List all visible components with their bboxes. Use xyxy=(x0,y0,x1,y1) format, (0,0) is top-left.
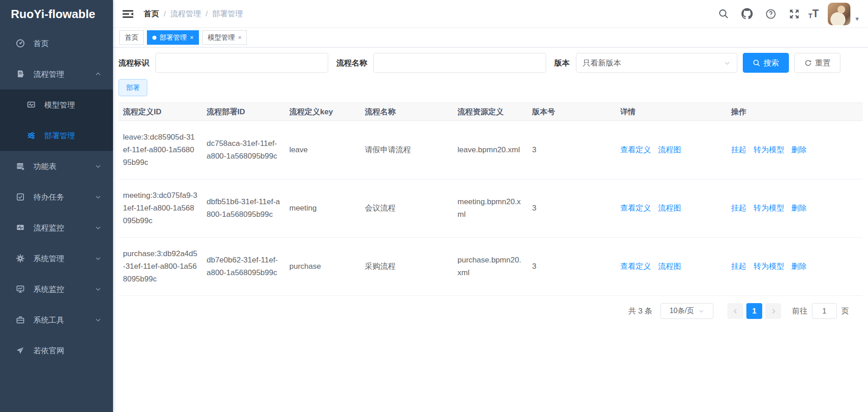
chevron-down-icon xyxy=(95,225,101,231)
flow-doc-icon xyxy=(15,69,25,79)
process-key-input[interactable] xyxy=(156,53,328,73)
close-icon[interactable]: × xyxy=(238,34,241,41)
table-row: meeting:3:dc075fa9-31ef-11ef-a800-1a5680… xyxy=(118,179,863,238)
search-icon[interactable] xyxy=(714,5,733,23)
tags-view-bar: 首页 部署管理 × 模型管理 × xyxy=(113,28,868,47)
cell-definition-id: meeting:3:dc075fa9-31ef-11ef-a800-1a5680… xyxy=(118,179,202,238)
view-definition-link[interactable]: 查看定义 xyxy=(620,145,651,154)
sidebar-item-model-mgmt[interactable]: 模型管理 xyxy=(0,89,113,120)
sidebar-item-home[interactable]: 首页 xyxy=(0,28,113,59)
page-size-select[interactable]: 10条/页 xyxy=(660,303,713,319)
pagination-total: 共 3 条 xyxy=(628,306,652,316)
convert-to-model-link[interactable]: 转为模型 xyxy=(754,145,784,154)
breadcrumb-separator: / xyxy=(164,9,166,19)
goto-label: 前往 xyxy=(792,306,807,316)
chevron-down-icon xyxy=(95,255,101,262)
next-page-button[interactable] xyxy=(765,303,781,319)
sidebar-item-system-monitor[interactable]: 系统监控 xyxy=(0,274,113,304)
font-size-icon[interactable]: TT xyxy=(808,9,819,19)
model-chart-icon xyxy=(26,100,36,110)
col-deployment-id: 流程部署ID xyxy=(202,103,285,121)
suspend-link[interactable]: 挂起 xyxy=(731,204,746,212)
fullscreen-icon[interactable] xyxy=(785,5,804,23)
tag-model-mgmt[interactable]: 模型管理 × xyxy=(202,30,247,45)
cell-process-name: 采购流程 xyxy=(360,238,453,296)
todo-check-icon xyxy=(15,192,25,202)
process-name-label: 流程名称 xyxy=(336,58,367,68)
monitor-chart-icon xyxy=(15,284,25,294)
app-logo[interactable]: RuoYi-flowable xyxy=(0,0,113,28)
sidebar-item-label: 系统工具 xyxy=(33,315,64,325)
view-definition-link[interactable]: 查看定义 xyxy=(620,204,651,212)
cell-resource: meeting.bpmn20.xml xyxy=(453,179,528,238)
sidebar-item-todo-tasks[interactable]: 待办任务 xyxy=(0,182,113,212)
table-row: purchase:3:db92a4d5-31ef-11ef-a800-1a568… xyxy=(118,238,863,296)
top-navbar: 首页 / 流程管理 / 部署管理 TT xyxy=(113,0,868,28)
suspend-link[interactable]: 挂起 xyxy=(731,145,746,154)
monitor-pulse-icon xyxy=(15,223,25,233)
deploy-button[interactable]: 部署 xyxy=(118,79,147,96)
cell-deployment-id: dc758aca-31ef-11ef-a800-1a568095b99c xyxy=(202,121,285,179)
chevron-up-icon xyxy=(95,71,101,77)
deploy-sliders-icon xyxy=(26,131,36,140)
view-definition-link[interactable]: 查看定义 xyxy=(620,262,651,271)
breadcrumb-home[interactable]: 首页 xyxy=(144,9,159,19)
sidebar-item-process-monitor[interactable]: 流程监控 xyxy=(0,212,113,243)
suspend-link[interactable]: 挂起 xyxy=(731,262,746,271)
cell-definition-key: purchase xyxy=(285,238,360,296)
sidebar-item-ruoyi-site[interactable]: 若依官网 xyxy=(0,335,113,366)
sidebar-item-process-mgmt[interactable]: 流程管理 xyxy=(0,59,113,89)
tag-home[interactable]: 首页 xyxy=(119,30,144,45)
breadcrumb: 首页 / 流程管理 / 部署管理 xyxy=(144,9,243,19)
cell-operation: 挂起 转为模型 删除 xyxy=(726,238,863,296)
cell-process-name: 会议流程 xyxy=(360,179,453,238)
delete-link[interactable]: 删除 xyxy=(791,145,807,154)
flow-diagram-link[interactable]: 流程图 xyxy=(658,204,681,212)
delete-link[interactable]: 删除 xyxy=(791,204,807,212)
sidebar-item-system-mgmt[interactable]: 系统管理 xyxy=(0,243,113,274)
breadcrumb-process-mgmt: 流程管理 xyxy=(170,9,201,19)
help-icon[interactable] xyxy=(761,5,780,23)
cell-operation: 挂起 转为模型 删除 xyxy=(726,179,863,238)
cell-detail: 查看定义 流程图 xyxy=(616,121,726,179)
close-icon[interactable]: × xyxy=(190,34,193,41)
process-name-input[interactable] xyxy=(373,53,546,73)
goto-page-input[interactable] xyxy=(812,303,837,319)
sidebar-item-label: 流程监控 xyxy=(33,223,64,233)
convert-to-model-link[interactable]: 转为模型 xyxy=(754,262,784,271)
tag-deploy-mgmt[interactable]: 部署管理 × xyxy=(147,30,199,45)
sidebar-item-label: 部署管理 xyxy=(44,131,75,141)
flow-diagram-link[interactable]: 流程图 xyxy=(658,145,681,154)
deployment-table: 流程定义ID 流程部署ID 流程定义key 流程名称 流程资源定义 版本号 详情… xyxy=(118,103,863,296)
delete-link[interactable]: 删除 xyxy=(791,262,807,271)
briefcase-icon xyxy=(15,315,25,325)
sidebar-item-deploy-mgmt[interactable]: 部署管理 xyxy=(0,120,113,151)
sidebar-item-label: 功能表 xyxy=(33,161,57,172)
user-menu[interactable]: ▼ xyxy=(828,3,860,25)
sidebar-item-function-table[interactable]: 功能表 xyxy=(0,151,113,182)
cell-version: 3 xyxy=(528,179,616,238)
flow-diagram-link[interactable]: 流程图 xyxy=(658,262,681,271)
app-root: RuoYi-flowable 首页 流程管理 xyxy=(0,0,868,412)
reset-button[interactable]: 重置 xyxy=(794,53,840,73)
cell-definition-key: leave xyxy=(285,121,360,179)
cell-resource: purchase.bpmn20.xml xyxy=(453,238,528,296)
avatar[interactable] xyxy=(828,3,850,25)
page-number-button[interactable]: 1 xyxy=(746,303,762,319)
search-button-label: 搜索 xyxy=(764,58,779,68)
dashboard-icon xyxy=(15,38,25,48)
version-select[interactable]: 只看新版本 xyxy=(576,53,737,73)
search-button[interactable]: 搜索 xyxy=(743,53,789,73)
sidebar-item-system-tools[interactable]: 系统工具 xyxy=(0,304,113,335)
col-definition-id: 流程定义ID xyxy=(118,103,202,121)
prev-page-button[interactable] xyxy=(727,303,743,319)
main-area: 首页 / 流程管理 / 部署管理 TT xyxy=(113,0,868,412)
process-key-label: 流程标识 xyxy=(118,58,149,68)
convert-to-model-link[interactable]: 转为模型 xyxy=(754,204,784,212)
sidebar-item-label: 首页 xyxy=(33,38,49,49)
cell-version: 3 xyxy=(528,121,616,179)
github-icon[interactable] xyxy=(738,5,757,23)
col-detail: 详情 xyxy=(616,103,726,121)
paper-plane-icon xyxy=(15,346,25,356)
sidebar-toggle-icon[interactable] xyxy=(122,8,134,20)
